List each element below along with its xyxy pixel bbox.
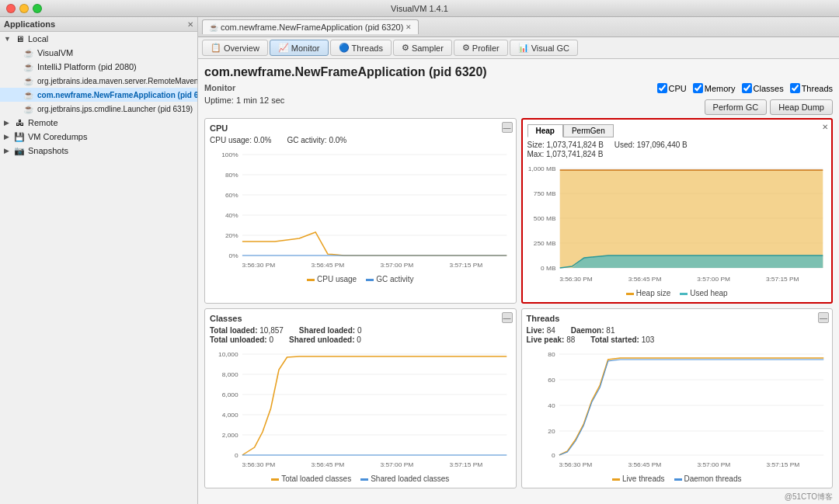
cpu-chart-legend: CPU usage GC activity (210, 275, 511, 283)
sidebar-item-snapshots[interactable]: ▶ 📷 Snapshots (0, 144, 197, 158)
page-content: com.newframe.NewFrameApplication (pid 63… (198, 59, 839, 504)
sampler-icon: ⚙ (402, 43, 409, 53)
sidebar-item-visualvm[interactable]: ☕ VisualVM (0, 46, 197, 60)
app-icon: ☕ (23, 103, 35, 115)
perform-gc-button[interactable]: Perform GC (705, 99, 768, 115)
tab-permgen[interactable]: PermGen (563, 124, 614, 137)
sidebar-item-local[interactable]: ▼ 🖥 Local (0, 32, 197, 46)
tab-overview[interactable]: 📋 Overview (202, 40, 268, 56)
svg-text:3:57:00 PM: 3:57:00 PM (697, 461, 730, 468)
window-controls[interactable] (6, 4, 42, 13)
tab-label: Monitor (291, 43, 320, 53)
heap-chart-box: Heap PermGen ✕ Size: 1,073,741,824 B Use… (521, 118, 834, 304)
watermark: @51CTO博客 (204, 492, 833, 502)
threads-chart-box: Threads Live: 84 Daemon: 81 Live peak: 8… (521, 308, 834, 488)
classes-legend-total: Total loaded classes (271, 474, 351, 483)
tab-sampler[interactable]: ⚙ Sampler (393, 40, 452, 56)
svg-text:3:57:15 PM: 3:57:15 PM (766, 461, 799, 468)
main-container: Applications ✕ ▼ 🖥 Local ☕ VisualVM ☕ In… (0, 17, 839, 504)
threads-chart-title: Threads (527, 314, 828, 323)
tab-profiler[interactable]: ⚙ Profiler (454, 40, 508, 56)
tab-monitor[interactable]: 📈 Monitor (270, 40, 329, 56)
svg-text:750 MB: 750 MB (533, 190, 555, 197)
total-unloaded: Total unloaded: 0 (210, 335, 273, 344)
cpu-chart-minimize[interactable]: — (502, 122, 513, 133)
monitor-tab-bar: 📋 Overview 📈 Monitor 🔵 Threads ⚙ Sampler… (198, 37, 839, 59)
sidebar-item-maven[interactable]: ☕ org.jetbrains.idea.maven.server.Remote… (0, 74, 197, 88)
cpu-legend-gc: GC activity (366, 275, 413, 283)
shared-unloaded: Shared unloaded: 0 (289, 335, 361, 344)
checkbox-cpu[interactable]: CPU (657, 83, 687, 93)
sidebar-item-intellij[interactable]: ☕ IntelliJ Platform (pid 2080) (0, 60, 197, 74)
app-icon: ☕ (23, 89, 35, 101)
checkbox-memory[interactable]: Memory (693, 83, 736, 93)
tab-label: Overview (224, 43, 259, 53)
checkbox-threads[interactable]: Threads (790, 83, 833, 93)
classes-chart-svg: 10,000 8,000 6,000 4,000 2,000 0 3:56:30… (210, 346, 511, 471)
svg-text:3:56:30 PM: 3:56:30 PM (242, 262, 275, 269)
tab-close-icon[interactable]: ✕ (406, 23, 412, 31)
heap-dump-button[interactable]: Heap Dump (770, 99, 833, 115)
svg-text:3:56:45 PM: 3:56:45 PM (628, 276, 661, 283)
computer-icon: 🖥 (13, 33, 26, 45)
overview-icon: 📋 (211, 43, 221, 53)
sidebar-item-remote[interactable]: ▶ 🖧 Remote (0, 116, 197, 130)
svg-text:60: 60 (548, 377, 555, 384)
heap-legend-size: Heap size (626, 289, 670, 297)
tab-threads[interactable]: 🔵 Threads (330, 40, 392, 56)
sidebar-item-label: com.newframe.NewFrameApplication (pid 63… (37, 91, 197, 99)
profiler-icon: ⚙ (462, 43, 470, 53)
sidebar-item-label: org.jetbrains.jps.cmdline.Launcher (pid … (37, 105, 193, 113)
svg-text:500 MB: 500 MB (533, 215, 555, 222)
maximize-button[interactable] (33, 4, 42, 13)
svg-text:3:56:45 PM: 3:56:45 PM (311, 262, 344, 269)
svg-text:250 MB: 250 MB (533, 240, 555, 247)
tab-label: Threads (352, 43, 383, 53)
title-bar: VisualVM 1.4.1 (0, 0, 839, 17)
coredump-icon: 💾 (13, 130, 26, 143)
tab-visual-gc[interactable]: 📊 Visual GC (510, 40, 578, 56)
monitor-icon: 📈 (278, 43, 289, 53)
threads-chart-minimize[interactable]: — (818, 312, 829, 323)
heap-chart-close[interactable]: ✕ (822, 123, 828, 131)
live-threads: Live: 84 (527, 326, 555, 335)
live-peak: Live peak: 88 (527, 335, 576, 344)
monitor-checkboxes: CPU Memory Classes Threads (657, 83, 833, 93)
visual-gc-icon: 📊 (518, 43, 529, 53)
app-tab-newframe[interactable]: ☕ com.newframe.NewFrameApplication (pid … (202, 19, 419, 34)
svg-text:20%: 20% (225, 232, 238, 239)
coredumps-label: VM Coredumps (28, 132, 87, 141)
heap-chart-legend: Heap size Used heap (527, 289, 827, 297)
tab-label: Profiler (472, 43, 500, 53)
svg-text:3:57:15 PM: 3:57:15 PM (449, 262, 482, 269)
sidebar-item-newframe[interactable]: ☕ com.newframe.NewFrameApplication (pid … (0, 88, 197, 102)
heap-used-label: Used: 197,096,440 B (614, 141, 688, 149)
minimize-button[interactable] (19, 4, 29, 13)
checkbox-classes[interactable]: Classes (742, 83, 784, 93)
classes-chart-legend: Total loaded classes Shared loaded class… (210, 474, 511, 483)
sidebar: Applications ✕ ▼ 🖥 Local ☕ VisualVM ☕ In… (0, 17, 198, 504)
svg-marker-27 (559, 255, 823, 268)
cpu-chart-box: CPU CPU usage: 0.0% GC activity: 0.0% — (204, 118, 517, 304)
classes-chart-box: Classes Total loaded: 10,857 Shared load… (204, 308, 517, 488)
sidebar-item-coredumps[interactable]: ▶ 💾 VM Coredumps (0, 130, 197, 144)
sidebar-title: Applications (4, 19, 55, 29)
heap-chart-tabs: Heap PermGen (527, 124, 827, 137)
classes-chart-minimize[interactable]: — (502, 312, 513, 323)
app-tab-bar: ☕ com.newframe.NewFrameApplication (pid … (198, 17, 839, 37)
tab-heap[interactable]: Heap (527, 124, 563, 137)
app-icon: ☕ (23, 47, 35, 59)
cpu-legend-usage: CPU usage (307, 275, 357, 283)
monitor-section-label: Monitor (204, 83, 284, 92)
remote-icon: 🖧 (13, 116, 26, 129)
expand-arrow: ▶ (4, 133, 13, 141)
sidebar-item-launcher[interactable]: ☕ org.jetbrains.jps.cmdline.Launcher (pi… (0, 102, 197, 116)
close-button[interactable] (6, 4, 16, 13)
cpu-chart-svg: 100% 80% 60% 40% 20% 0% 3:56:30 PM 3:56:… (210, 147, 511, 271)
chart-grid: CPU CPU usage: 0.0% GC activity: 0.0% — (204, 118, 833, 488)
snapshots-label: Snapshots (28, 146, 68, 155)
svg-text:3:56:30 PM: 3:56:30 PM (559, 276, 593, 283)
svg-text:3:57:00 PM: 3:57:00 PM (380, 262, 413, 269)
expand-arrow: ▼ (4, 35, 13, 43)
sidebar-close-icon[interactable]: ✕ (187, 20, 193, 29)
